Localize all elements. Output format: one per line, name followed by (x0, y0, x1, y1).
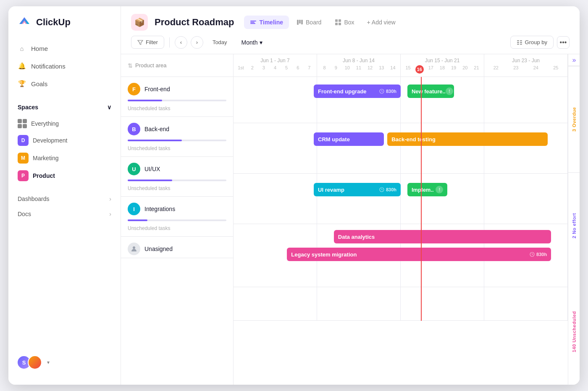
collapse-button[interactable]: » (568, 54, 580, 66)
sidebar-footer: S ▾ (8, 349, 121, 376)
row-integrations-header: I Integrations (121, 197, 233, 218)
day-5: 5 (282, 65, 291, 70)
sidebar-item-everything[interactable]: Everything (13, 116, 116, 132)
bar-legacy-migration[interactable]: Legacy system migration 830h (287, 248, 551, 261)
svg-rect-13 (520, 40, 522, 41)
trophy-icon: 🏆 (18, 79, 26, 88)
spaces-header[interactable]: Spaces ∨ (8, 100, 121, 114)
clock-icon-3 (530, 252, 535, 257)
uiux-name: UI/UX (144, 166, 160, 172)
day-24: 24 (532, 65, 540, 70)
user-menu-chevron[interactable]: ▾ (47, 359, 50, 365)
area-label: Product area (135, 62, 166, 69)
bar-hours-ui-revamp: 830h (379, 187, 396, 192)
prev-button[interactable]: ‹ (175, 36, 187, 49)
logo-area: ClickUp (8, 15, 121, 40)
integrations-name: Integrations (144, 206, 175, 212)
frontend-unscheduled: Unscheduled tasks (121, 104, 233, 116)
week-col-3: Jun 15 - Jun 21 15 16 17 18 19 20 21 (401, 54, 484, 77)
month-dropdown[interactable]: Month ▾ (236, 36, 268, 49)
svg-rect-15 (520, 42, 522, 43)
filter-button[interactable]: Filter (131, 36, 164, 49)
today-button[interactable]: Today (207, 36, 233, 48)
bar-ui-revamp[interactable]: UI revamp 830h (314, 183, 401, 196)
tab-board[interactable]: Board (291, 16, 327, 29)
sidebar-item-docs[interactable]: Docs › (13, 206, 116, 222)
sidebar-item-goals[interactable]: 🏆 Goals (13, 75, 116, 92)
view-tabs: Timeline Board Box + Add view (244, 16, 400, 29)
day-10: 10 (343, 65, 352, 70)
group-by-icon (517, 40, 522, 45)
tab-timeline[interactable]: Timeline (244, 16, 289, 29)
tab-box[interactable]: Box (329, 16, 360, 29)
sidebar-item-notifications[interactable]: 🔔 Notifications (13, 58, 116, 74)
uiux-avatar: U (128, 163, 140, 175)
week-col-4: Jun 23 - Jun 22 23 24 25 (484, 54, 568, 77)
user-avatars: S (17, 355, 42, 370)
unassigned-name: Unasigned (144, 246, 173, 252)
bar-data-analytics[interactable]: Data analytics (334, 230, 551, 243)
backend-name: Back-end (144, 126, 169, 132)
bar-backend-testing[interactable]: Back-end testing (387, 132, 548, 146)
product-avatar: P (18, 170, 29, 181)
user-avatar-img (28, 355, 42, 370)
chevron-right-icon: › (109, 196, 111, 202)
backend-progress (128, 140, 226, 141)
grid-cell-be-1 (234, 123, 317, 173)
toolbar: Filter ‹ › Today Month ▾ Group by (131, 31, 570, 54)
home-label: Home (31, 45, 48, 52)
edge-overdue-label[interactable]: 3 Overdue (568, 66, 580, 172)
day-21: 21 (472, 65, 480, 74)
frontend-progress-fill (128, 100, 162, 101)
sidebar-item-home[interactable]: ⌂ Home (13, 40, 116, 57)
row-frontend-header: F Front-end (121, 77, 233, 98)
row-backend-header: B Back-end (121, 117, 233, 138)
week-col-1: Jun 1 - Jun 7 1st 2 3 4 5 6 7 (234, 54, 317, 77)
svg-rect-6 (299, 20, 301, 24)
day-labels-1: 1st 2 3 4 5 6 7 (234, 65, 317, 70)
sidebar-item-development[interactable]: D Development (13, 132, 116, 149)
board-icon (297, 19, 303, 26)
bar-implem[interactable]: Implem.. ! (407, 183, 448, 196)
frontend-progress (128, 100, 226, 101)
sidebar-item-marketing[interactable]: M Marketing (13, 149, 116, 167)
bar-hours-frontend-upgrade: 830h (379, 89, 396, 94)
group-by-button[interactable]: Group by (510, 36, 554, 49)
day-11: 11 (354, 65, 363, 70)
next-button[interactable]: › (191, 36, 203, 49)
clock-icon-2 (379, 187, 384, 192)
tab-box-label: Box (344, 19, 354, 26)
edge-no-effort-label[interactable]: 2 No effort (568, 172, 580, 279)
svg-rect-12 (517, 40, 519, 41)
box-icon (335, 19, 341, 26)
bar-crm-update[interactable]: CRM update (314, 132, 384, 146)
unassigned-avatar (128, 243, 140, 255)
bar-badge-new-feature: ! (446, 87, 453, 95)
svg-rect-3 (250, 22, 255, 23)
sidebar-item-dashboards[interactable]: Dashboards › (13, 191, 116, 206)
bar-label-crm-update: CRM update (318, 136, 350, 143)
toolbar-divider (169, 37, 170, 48)
add-view-button[interactable]: + Add view (362, 16, 401, 29)
week-label-1: Jun 1 - Jun 7 (234, 54, 317, 65)
grid-row-integrations: Data analytics Legacy system migration 8… (234, 224, 568, 287)
edge-unscheduled-label[interactable]: 140 Unscheduled (568, 279, 580, 385)
svg-rect-17 (520, 44, 522, 45)
grid-cell-un-3 (401, 287, 484, 320)
today-label: Today (213, 39, 227, 45)
day-15: 15 (404, 65, 412, 74)
bell-icon: 🔔 (18, 62, 26, 70)
integrations-avatar: I (128, 203, 140, 215)
right-edge-panel: » 3 Overdue 2 No effort 140 Unscheduled (568, 54, 580, 385)
bar-label-backend-testing: Back-end testing (391, 136, 436, 143)
svg-rect-5 (297, 20, 299, 25)
day-17: 17 (427, 65, 435, 74)
bar-new-feature[interactable]: New feature.. ! (407, 85, 454, 98)
today-line (421, 77, 422, 321)
sidebar-nav: ⌂ Home 🔔 Notifications 🏆 Goals (8, 40, 121, 92)
bar-label-ui-revamp: UI revamp (318, 187, 344, 193)
sidebar-item-product[interactable]: P Product (13, 167, 116, 185)
bar-frontend-upgrade[interactable]: Front-end upgrade 830h (314, 85, 401, 98)
tab-board-label: Board (306, 19, 321, 26)
more-options-button[interactable]: ••• (557, 36, 570, 49)
